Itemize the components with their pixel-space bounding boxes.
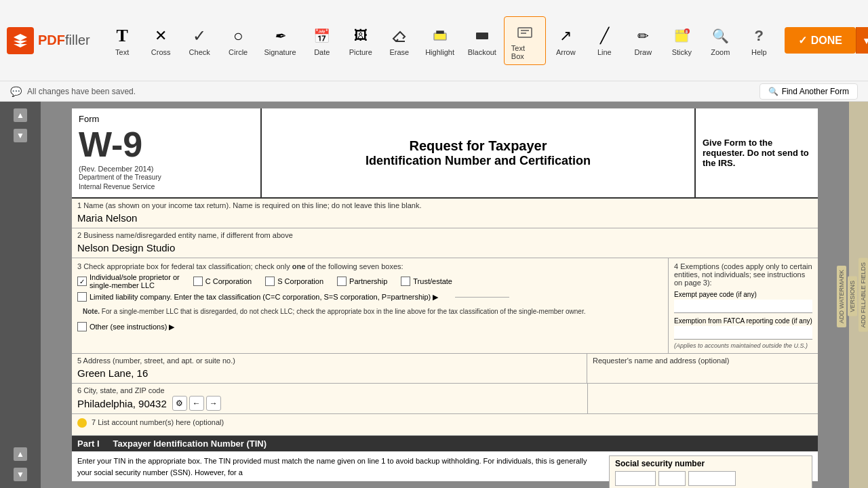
form-sub-title: Identification Number and Certification — [366, 154, 591, 168]
other-row: Other (see instructions) ▶ — [77, 322, 663, 331]
tool-textbox[interactable]: Text Box — [504, 16, 546, 65]
add-fillable-label[interactable]: ADD FILLABLE FIELDS — [859, 258, 868, 332]
check-tool-icon: ✓ — [193, 25, 206, 47]
tool-picture[interactable]: 🖼 Picture — [342, 21, 379, 60]
ssn-field-3[interactable] — [688, 471, 736, 486]
field5-value[interactable]: Green Lane, 16 — [77, 366, 581, 380]
exempt-payee-input[interactable] — [674, 300, 812, 313]
section3-label: 3 Check appropriate box for federal tax … — [77, 262, 663, 270]
other-checkbox[interactable] — [77, 322, 87, 331]
part1-title: Taxpayer Identification Number (TIN) — [113, 439, 267, 449]
tool-highlight[interactable]: Highlight — [419, 21, 460, 60]
tool-blackout[interactable]: Blackout — [462, 21, 502, 60]
tool-line[interactable]: ╱ Line — [586, 21, 623, 60]
field2-value[interactable]: Nelson Design Studio — [77, 241, 812, 255]
part1-label: Part I — [77, 439, 100, 449]
ssn-box: Social security number — [609, 455, 812, 488]
fatca-input[interactable] — [674, 326, 812, 340]
scroll-down2-button[interactable]: ▼ — [14, 468, 27, 481]
individual-checkbox[interactable]: ✓ — [77, 277, 87, 286]
scroll-up-button[interactable]: ▲ — [14, 108, 27, 122]
find-form-label: Find Another Form — [782, 87, 849, 96]
tool-arrow[interactable]: ↗ Arrow — [547, 21, 585, 60]
doc-area[interactable]: Form W-9 (Rev. December 2014) Department… — [41, 102, 849, 488]
ssn-field-2[interactable] — [658, 471, 686, 486]
zoom-tool-label: Zoom — [711, 48, 730, 56]
fatca-label: Exemption from FATCA reporting code (if … — [674, 317, 812, 325]
tool-text[interactable]: T Text — [104, 21, 141, 60]
fatca-note: (Applies to accounts maintained outside … — [674, 342, 812, 349]
picture-tool-icon: 🖼 — [354, 25, 368, 47]
toolbar-tools: T Text ✕ Cross ✓ Check ○ Circle ✒ Signat… — [104, 16, 778, 65]
field2-label: 2 Business name/disregarded entity name,… — [77, 231, 812, 239]
form-dept: Department of the Treasury Internal Reve… — [79, 173, 254, 192]
sticky-tool-icon: 3 — [673, 25, 690, 47]
scroll-up2-button[interactable]: ▲ — [14, 447, 27, 461]
ssn-input-area — [615, 471, 806, 486]
tool-draw[interactable]: ✏ Draw — [625, 21, 662, 60]
tool-cross[interactable]: ✕ Cross — [142, 21, 180, 60]
checkbox-partnership[interactable]: Partnership — [337, 277, 387, 286]
note-content: For a single-member LLC that is disregar… — [102, 308, 586, 315]
textbox-tool-label: Text Box — [511, 44, 538, 60]
checkbox-scorp[interactable]: S Corporation — [265, 277, 323, 286]
field1-value[interactable]: Maria Nelson — [77, 211, 812, 225]
checkbox-ccorp[interactable]: C Corporation — [193, 277, 252, 286]
form-rev: (Rev. December 2014) — [79, 165, 254, 173]
find-another-form-button[interactable]: 🔍 Find Another Form — [760, 83, 858, 100]
tool-erase[interactable]: Erase — [380, 21, 418, 60]
circle-tool-icon: ○ — [233, 25, 243, 47]
field1-row: 1 Name (as shown on your income tax retu… — [72, 199, 818, 228]
logo-text: PDF — [38, 33, 65, 48]
add-watermark-label[interactable]: ADD WATERMARK — [837, 266, 846, 327]
section3-area: 3 Check appropriate box for federal tax … — [72, 258, 818, 354]
ssn-label: Social security number — [615, 459, 806, 468]
done-dropdown-button[interactable]: ▼ — [856, 27, 868, 54]
date-tool-icon: 📅 — [313, 25, 330, 47]
checkbox-individual[interactable]: ✓ Individual/sole proprietor orsingle-me… — [77, 273, 180, 289]
address-right: Requester's name and address (optional) — [587, 354, 818, 383]
tool-help[interactable]: ? Help — [741, 21, 778, 60]
form-header: Form W-9 (Rev. December 2014) Department… — [72, 108, 818, 199]
trust-checkbox[interactable] — [401, 277, 410, 286]
scroll-down-button[interactable]: ▼ — [14, 129, 27, 142]
text-tool-icon: T — [117, 25, 128, 47]
tin-text: Enter your TIN in the appropriate box. T… — [77, 457, 587, 476]
tool-date[interactable]: 📅 Date — [303, 21, 340, 60]
settings-button[interactable]: ⚙ — [172, 396, 187, 411]
field6-value[interactable]: Philadelphia, 90432 — [77, 396, 167, 411]
city-row: 6 City, state, and ZIP code Philadelphia… — [72, 384, 818, 414]
form-title-center: Request for Taxpayer Identification Numb… — [262, 108, 696, 197]
circle-tool-label: Circle — [229, 48, 248, 56]
done-button[interactable]: ✓ DONE — [785, 27, 856, 54]
fatca-area: Exemption from FATCA reporting code (if … — [674, 317, 812, 340]
field2-row: 2 Business name/disregarded entity name,… — [72, 228, 818, 258]
status-bar: 💬 All changes have been saved. 🔍 Find An… — [0, 81, 868, 102]
ccorp-checkbox[interactable] — [193, 277, 203, 286]
logo-icon — [7, 27, 34, 54]
arrow-tool-label: Arrow — [556, 48, 576, 56]
partnership-checkbox[interactable] — [337, 277, 347, 286]
scorp-checkbox[interactable] — [265, 277, 275, 286]
checkbox-trust[interactable]: Trust/estate — [401, 277, 452, 286]
next-button[interactable]: → — [206, 396, 221, 411]
tool-signature[interactable]: ✒ Signature — [258, 21, 302, 60]
tool-check[interactable]: ✓ Check — [181, 21, 218, 60]
partnership-label: Partnership — [349, 277, 387, 285]
tool-sticky[interactable]: 3 Sticky — [663, 21, 701, 60]
checkbox-other[interactable]: Other (see instructions) ▶ — [77, 322, 174, 331]
llc-checkbox[interactable] — [77, 292, 87, 302]
exempt-payee-area: Exempt payee code (if any) — [674, 291, 812, 313]
done-label: DONE — [811, 35, 842, 47]
form-title: W-9 — [79, 125, 142, 164]
versions-label[interactable]: VERSIONS — [848, 277, 857, 317]
highlight-tool-label: Highlight — [425, 48, 454, 56]
prev-button[interactable]: ← — [189, 396, 204, 411]
logo-area[interactable]: PDFfiller — [7, 27, 90, 54]
checkbox-llc[interactable]: Limited liability company. Enter the tax… — [77, 292, 438, 302]
highlight-tool-icon — [432, 25, 448, 47]
part1-header: Part I Taxpayer Identification Number (T… — [72, 436, 818, 451]
ssn-field-1[interactable] — [615, 471, 656, 486]
tool-circle[interactable]: ○ Circle — [220, 21, 257, 60]
tool-zoom[interactable]: 🔍 Zoom — [702, 21, 739, 60]
